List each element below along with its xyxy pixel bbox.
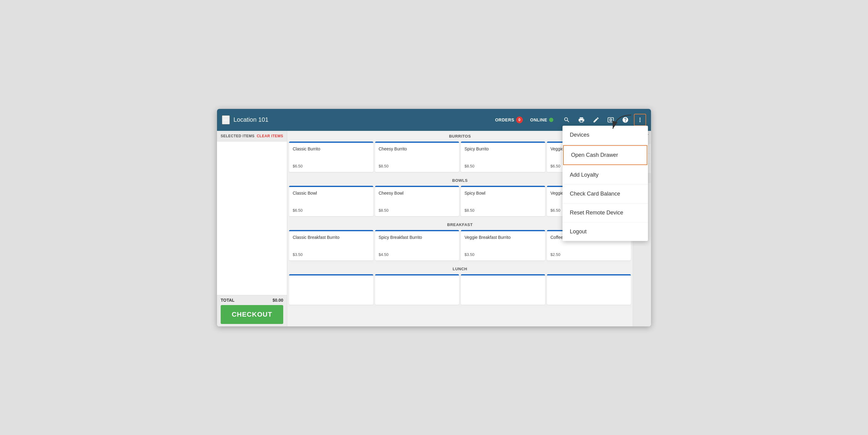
total-label: TOTAL	[221, 298, 235, 303]
category-header-lunch: LUNCH	[287, 264, 633, 274]
menu-item-card[interactable]: Cheesy Burrito$8.50	[375, 141, 459, 172]
menu-item-card[interactable]	[375, 274, 459, 305]
left-panel-header: SELECTED ITEMS CLEAR ITEMS	[217, 131, 287, 141]
menu-item-card[interactable]: Spicy Breakfast Burrito$4.50	[375, 230, 459, 261]
menu-item-name: Classic Breakfast Burrito	[293, 235, 370, 250]
search-button[interactable]	[561, 114, 573, 126]
menu-item-card[interactable]: Spicy Bowl$8.50	[461, 186, 545, 216]
menu-item-name: Spicy Burrito	[465, 146, 541, 161]
left-panel: SELECTED ITEMS CLEAR ITEMS TOTAL $0.00 C…	[217, 131, 287, 326]
selected-items-label: SELECTED ITEMS	[221, 134, 254, 138]
items-list	[217, 141, 287, 295]
menu-item-price: $6.50	[293, 164, 370, 168]
category-section-lunch: LUNCH	[287, 264, 633, 307]
menu-item-card[interactable]: Classic Breakfast Burrito$3.50	[289, 230, 373, 261]
online-indicator: ONLINE	[530, 118, 553, 122]
menu-item-card[interactable]: Veggie Breakfast Burrito$3.50	[461, 230, 545, 261]
menu-item-price: $2.50	[551, 252, 627, 257]
menu-item-name: Veggie Breakfast Burrito	[465, 235, 541, 250]
clear-items-button[interactable]: CLEAR ITEMS	[257, 134, 283, 138]
header-icons	[561, 114, 646, 126]
menu-item-name	[551, 279, 627, 299]
menu-item-name: Cheesy Bowl	[379, 191, 456, 206]
dropdown-item-add-loyalty[interactable]: Add Loyalty	[562, 166, 648, 185]
menu-item-price: $8.50	[465, 164, 541, 168]
menu-item-name: Spicy Breakfast Burrito	[379, 235, 456, 250]
more-menu-button[interactable]	[634, 114, 646, 126]
print-button[interactable]	[575, 114, 588, 126]
orders-label: ORDERS	[495, 118, 514, 122]
dropdown-item-logout[interactable]: Logout	[562, 222, 648, 241]
orders-count: 0	[516, 116, 523, 123]
checkout-button[interactable]: CHECKOUT	[221, 305, 283, 324]
dropdown-item-open-cash-drawer[interactable]: Open Cash Drawer	[563, 145, 647, 165]
total-row: TOTAL $0.00	[221, 298, 283, 303]
dropdown-item-devices[interactable]: Devices	[562, 126, 648, 144]
dropdown-item-reset-remote-device[interactable]: Reset Remote Device	[562, 203, 648, 222]
dropdown-item-check-card-balance[interactable]: Check Card Balance	[562, 185, 648, 203]
menu-item-name: Spicy Bowl	[465, 191, 541, 206]
menu-item-name	[379, 279, 456, 299]
edit-button[interactable]	[590, 114, 602, 126]
menu-item-card[interactable]	[461, 274, 545, 305]
menu-item-card[interactable]	[547, 274, 631, 305]
menu-item-price: $3.50	[465, 252, 541, 257]
menu-item-name: Classic Bowl	[293, 191, 370, 206]
menu-item-card[interactable]: Classic Bowl$6.50	[289, 186, 373, 216]
menu-item-card[interactable]: Classic Burrito$6.50	[289, 141, 373, 172]
back-button[interactable]: ←	[222, 115, 230, 125]
menu-item-price: $8.50	[379, 208, 456, 213]
camera-button[interactable]	[604, 114, 617, 126]
menu-item-name	[293, 279, 370, 299]
left-panel-footer: TOTAL $0.00 CHECKOUT	[217, 295, 287, 326]
menu-item-card[interactable]: Cheesy Bowl$8.50	[375, 186, 459, 216]
header-center: ORDERS 0 ONLINE	[495, 116, 553, 123]
svg-point-2	[611, 119, 611, 120]
menu-item-card[interactable]: Spicy Burrito$8.50	[461, 141, 545, 172]
menu-item-name: Classic Burrito	[293, 146, 370, 161]
menu-item-name: Cheesy Burrito	[379, 146, 456, 161]
menu-item-price: $4.50	[379, 252, 456, 257]
location-title: Location 101	[234, 116, 495, 123]
app-container: ← Location 101 ORDERS 0 ONLINE	[217, 109, 651, 326]
menu-item-name	[465, 279, 541, 299]
help-button[interactable]	[619, 114, 631, 126]
menu-item-card[interactable]	[289, 274, 373, 305]
menu-item-price: $3.50	[293, 252, 370, 257]
menu-item-price: $6.50	[293, 208, 370, 213]
menu-item-price: $8.50	[465, 208, 541, 213]
total-value: $0.00	[273, 298, 283, 303]
orders-badge: ORDERS 0	[495, 116, 523, 123]
items-grid-lunch	[287, 274, 633, 307]
online-dot	[549, 118, 553, 122]
online-label: ONLINE	[530, 118, 547, 122]
dropdown-menu: DevicesOpen Cash DrawerAdd LoyaltyCheck …	[562, 126, 648, 241]
menu-item-price: $8.50	[379, 164, 456, 168]
